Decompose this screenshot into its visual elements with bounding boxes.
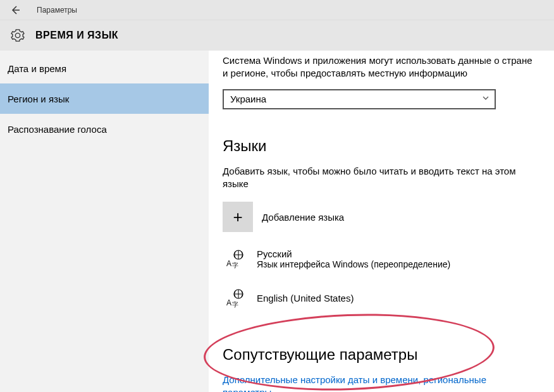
- plus-icon: +: [223, 202, 253, 232]
- header: ВРЕМЯ И ЯЗЫК: [0, 20, 554, 51]
- titlebar: Параметры: [0, 0, 554, 20]
- page-title: ВРЕМЯ И ЯЗЫК: [35, 30, 118, 41]
- language-name: English (United States): [257, 293, 354, 303]
- svg-text:A: A: [226, 298, 231, 307]
- language-name: Русский: [257, 248, 450, 259]
- sidebar-item-label: Распознавание голоса: [8, 124, 107, 135]
- language-icon: A 字: [223, 285, 248, 310]
- add-language-label: Добавление языка: [262, 212, 344, 223]
- languages-description: Добавить язык, чтобы можно было читать и…: [223, 165, 535, 191]
- chevron-down-icon: [482, 94, 489, 104]
- svg-text:字: 字: [232, 301, 238, 308]
- add-language-button[interactable]: + Добавление языка: [223, 202, 344, 232]
- sidebar-item-speech[interactable]: Распознавание голоса: [0, 114, 209, 144]
- additional-date-time-regional-link[interactable]: Дополнительные настройки даты и времени,…: [223, 374, 501, 392]
- back-button[interactable]: [5, 0, 25, 20]
- dropdown-selected: Украина: [230, 94, 266, 104]
- sidebar: Дата и время Регион и язык Распознавание…: [0, 51, 209, 392]
- arrow-left-icon: [10, 5, 20, 15]
- country-region-dropdown[interactable]: Украина: [223, 89, 496, 109]
- content: Дата и время Регион и язык Распознавание…: [0, 51, 554, 392]
- region-description: Система Windows и приложения могут испол…: [223, 54, 535, 80]
- language-item[interactable]: A 字 Русский Язык интерфейса Windows (пер…: [223, 246, 450, 271]
- language-subtitle: Язык интерфейса Windows (переопределение…: [257, 259, 450, 269]
- main-panel: Система Windows и приложения могут испол…: [209, 51, 554, 392]
- language-info: Русский Язык интерфейса Windows (переопр…: [257, 248, 450, 269]
- related-settings-heading: Сопутствующие параметры: [223, 346, 535, 364]
- language-icon: A 字: [223, 246, 248, 271]
- sidebar-item-date-time[interactable]: Дата и время: [0, 53, 209, 83]
- language-info: English (United States): [257, 293, 354, 303]
- gear-icon: [10, 28, 25, 43]
- languages-heading: Языки: [223, 137, 535, 155]
- sidebar-item-region-language[interactable]: Регион и язык: [0, 83, 209, 114]
- svg-text:A: A: [226, 259, 231, 268]
- language-item[interactable]: A 字 English (United States): [223, 285, 354, 310]
- sidebar-item-label: Регион и язык: [8, 94, 69, 104]
- window-title: Параметры: [37, 6, 77, 15]
- svg-text:字: 字: [232, 262, 238, 269]
- sidebar-item-label: Дата и время: [8, 63, 66, 74]
